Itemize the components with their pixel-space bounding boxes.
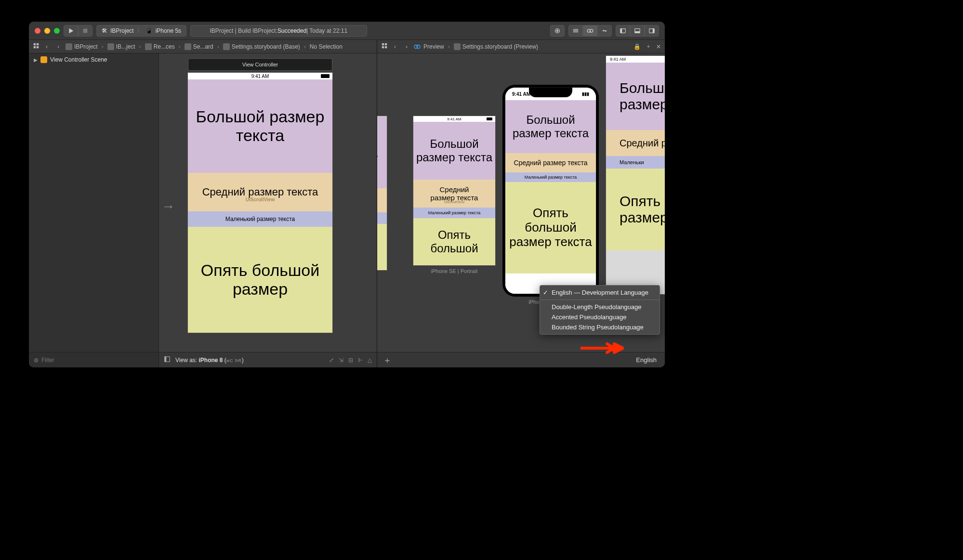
svg-rect-22 xyxy=(385,46,387,48)
svg-rect-4 xyxy=(573,29,579,29)
svg-rect-16 xyxy=(37,43,39,45)
toggle-navigator[interactable] xyxy=(616,25,630,37)
svg-rect-17 xyxy=(34,46,36,48)
scene-icon xyxy=(40,56,47,63)
crumb-preview-file[interactable]: Settings.storyboard (Preview) xyxy=(462,43,538,50)
embed-icon[interactable]: ⇲ xyxy=(339,357,343,364)
scheme-divider: 〉 xyxy=(137,26,143,35)
crumb-2[interactable]: IB...ject xyxy=(116,43,135,50)
outline-filter[interactable]: ⊜ xyxy=(29,352,158,367)
status-suffix: | Today at 22:11 xyxy=(306,27,347,34)
svg-rect-3 xyxy=(556,30,558,31)
add-editor-icon[interactable]: ＋ xyxy=(646,42,651,51)
forward-button[interactable]: › xyxy=(54,43,63,50)
view-as[interactable]: View as: iPhone 8 (wC hR) xyxy=(175,357,244,364)
folder-icon xyxy=(107,43,114,50)
resolve-icon[interactable]: △ xyxy=(368,357,372,364)
run-stop-group xyxy=(64,25,92,37)
status-bar: 9:41 AM xyxy=(413,116,495,122)
version-editor[interactable] xyxy=(597,25,612,37)
lang-menu-item-bounded[interactable]: Bounded String Pseudolanguage xyxy=(540,322,660,332)
uiscrollview-label: UIScrollView xyxy=(246,197,275,202)
crumb-preview[interactable]: Preview xyxy=(423,43,444,50)
jump-bar-right[interactable]: ‹ › Preview› Settings.storyboard (Previe… xyxy=(377,40,665,53)
library-button[interactable] xyxy=(550,25,565,37)
vc-title-bar[interactable]: View Controller xyxy=(188,58,332,71)
standard-editor[interactable] xyxy=(568,25,583,37)
lang-menu-item-double[interactable]: Double-Length Pseudolanguage xyxy=(540,302,660,312)
scheme-project-icon: 🛠 xyxy=(102,27,107,34)
related-items-icon[interactable] xyxy=(381,42,388,51)
lock-icon[interactable]: 🔒 xyxy=(633,43,641,50)
close-editor-icon[interactable]: ✕ xyxy=(656,43,661,50)
crumb-1[interactable]: IBProject xyxy=(74,43,98,50)
svg-rect-20 xyxy=(385,43,387,45)
language-picker[interactable]: English xyxy=(636,356,657,364)
preview-device-partial-left[interactable]: а та йр xyxy=(377,116,387,270)
crumb-4[interactable]: Se...ard xyxy=(193,43,213,50)
preview-device-partial-right[interactable]: 9:41 AM Большойразмер Средний р Маленьки… xyxy=(606,56,665,294)
device-label-se: iPhone SE | Portrait xyxy=(413,268,495,274)
back-button[interactable]: ‹ xyxy=(391,43,399,50)
svg-rect-0 xyxy=(83,28,88,33)
zoom-window[interactable] xyxy=(54,28,60,34)
stop-button[interactable] xyxy=(78,25,92,37)
svg-rect-15 xyxy=(34,43,36,45)
preview-device-xs-frame[interactable]: 9:41 AM ▮▮▮ Большой размер текста Средни… xyxy=(502,85,599,297)
status-bar: 9:41 AM ▮▮▮ xyxy=(505,88,596,100)
canvas-device[interactable]: 9:41 AM Большой размер текста Средний ра… xyxy=(188,73,332,333)
pin-icon[interactable]: ⊩ xyxy=(358,357,363,364)
preview-pane: а та йр 9:41 AM Большой размер текста Ср… xyxy=(377,53,665,367)
run-button[interactable] xyxy=(64,25,78,37)
storyboard-icon xyxy=(223,43,230,50)
zoom-fit-icon[interactable]: ⤢ xyxy=(329,357,334,364)
svg-rect-18 xyxy=(37,46,39,48)
activity-status: IBProject | Build IBProject: Succeeded |… xyxy=(190,25,367,37)
toggle-inspector[interactable] xyxy=(645,25,659,37)
assistant-editor[interactable] xyxy=(583,25,597,37)
back-button[interactable]: ‹ xyxy=(42,43,51,50)
scheme-device-icon: 📱 xyxy=(145,27,153,34)
related-items-icon[interactable] xyxy=(33,42,40,51)
outline-toggle-icon[interactable] xyxy=(164,356,171,364)
close-window[interactable] xyxy=(35,28,40,34)
scheme-device: iPhone 5s xyxy=(156,27,181,34)
minimize-window[interactable] xyxy=(44,28,50,34)
scheme-picker[interactable]: 🛠 IBProject 〉 📱 iPhone 5s xyxy=(96,25,186,37)
menu-divider xyxy=(540,300,660,300)
svg-point-24 xyxy=(417,45,420,48)
status-bar: 9:41 AM xyxy=(606,56,665,63)
battery-icon xyxy=(321,74,330,78)
time-label: 9:41 AM xyxy=(251,74,269,79)
lang-menu-item-english[interactable]: English — Development Language xyxy=(540,287,660,298)
align-icon[interactable]: ⊟ xyxy=(348,357,353,364)
filter-input[interactable] xyxy=(41,357,154,364)
add-preview-device[interactable]: ＋ xyxy=(383,354,392,366)
toggle-debug[interactable] xyxy=(630,25,645,37)
svg-rect-26 xyxy=(165,357,167,362)
status-result: Succeeded xyxy=(277,27,306,34)
annotation-red-arrow xyxy=(580,342,624,356)
crumb-5[interactable]: Settings.storyboard (Base) xyxy=(232,43,300,50)
large-text-row: Большой размер текста xyxy=(188,79,332,173)
jump-bar-left[interactable]: ‹ › IBProject› IB...ject› Re...ces› Se..… xyxy=(29,40,377,53)
svg-rect-14 xyxy=(653,28,655,33)
crumb-3[interactable]: Re...ces xyxy=(154,43,175,50)
medium-text-row: Средний размер текста UIScrollView xyxy=(188,173,332,211)
disclosure-triangle[interactable]: ▶ xyxy=(34,57,38,63)
status-prefix: IBProject | Build IBProject: xyxy=(210,27,278,34)
outline-row-scene[interactable]: ▶ View Controller Scene xyxy=(34,56,154,63)
lang-menu-item-accented[interactable]: Accented Pseudolanguage xyxy=(540,312,660,322)
notch xyxy=(529,88,572,97)
large-again-row: Опять большой размер xyxy=(188,227,332,333)
forward-button[interactable]: › xyxy=(402,43,411,50)
small-text-row: Маленький размер текста xyxy=(188,211,332,227)
crumb-6[interactable]: No Selection xyxy=(310,43,343,50)
svg-rect-12 xyxy=(635,31,640,33)
ib-canvas[interactable]: → View Controller 9:41 AM Большой размер… xyxy=(159,53,377,367)
preview-device-se[interactable]: 9:41 AM Большой размер текста Среднийраз… xyxy=(413,116,495,265)
uiscrollview-label: UIScrollView xyxy=(444,200,464,204)
filter-icon: ⊜ xyxy=(34,357,39,364)
folder-icon xyxy=(145,43,152,50)
language-menu: English — Development Language Double-Le… xyxy=(540,285,660,335)
